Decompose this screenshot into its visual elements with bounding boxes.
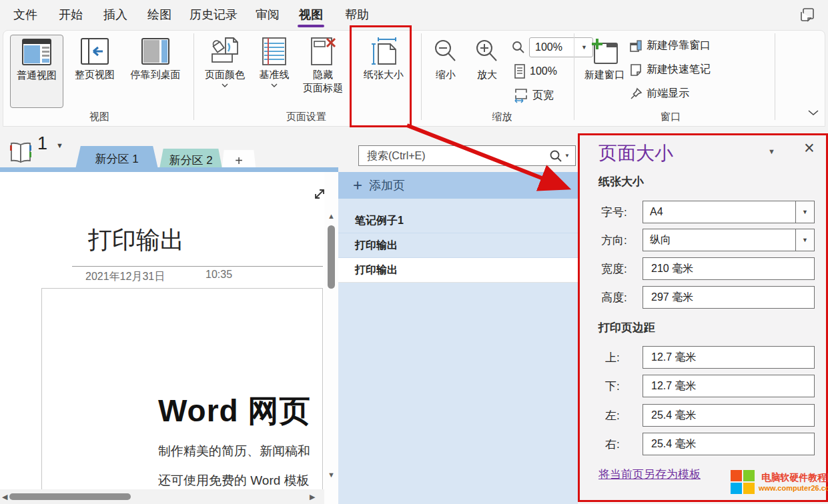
add-page-button[interactable]: + 添加页 — [338, 172, 578, 199]
search-scope-chevron-icon[interactable]: ▼ — [564, 153, 570, 159]
group-label-window: 窗口 — [604, 111, 737, 123]
chevron-down-icon — [222, 83, 228, 87]
paper-size-dropdown-button[interactable]: ▼ — [795, 201, 814, 223]
paper-size-button[interactable]: 纸张大小 — [357, 35, 410, 81]
dock-to-desktop-icon — [141, 35, 170, 68]
menu-help[interactable]: 帮助 — [345, 7, 369, 23]
menu-history[interactable]: 历史记录 — [189, 7, 238, 23]
scroll-left-icon[interactable]: ◀ — [2, 493, 7, 501]
vertical-scrollbar-thumb[interactable] — [328, 225, 335, 289]
margin-top-input[interactable] — [643, 346, 815, 369]
page-title[interactable]: 打印输出 — [88, 224, 184, 257]
rule-lines-icon — [261, 35, 288, 68]
page-time: 10:35 — [205, 269, 232, 281]
section-tab-2-label: 新分区 2 — [169, 153, 212, 168]
content-heading: Word 网页 — [158, 391, 310, 432]
hide-page-title-label-line1: 隐藏 — [313, 68, 333, 81]
vertical-scrollbar[interactable]: ▲ ▼ — [324, 172, 338, 504]
notebook-icon[interactable] — [8, 142, 33, 163]
menu-file[interactable]: 文件 — [13, 7, 37, 23]
normal-view-icon — [21, 35, 52, 69]
notebook-name[interactable]: 1 — [37, 133, 47, 154]
add-page-label: 添加页 — [369, 177, 405, 193]
menu-view[interactable]: 视图 — [299, 7, 323, 23]
ribbon-divider — [421, 33, 422, 120]
keep-on-top-label: 前端显示 — [647, 87, 689, 101]
horizontal-scrollbar[interactable]: ◀ ▶ — [0, 489, 324, 504]
new-quick-note-button[interactable]: 新建快速笔记 — [629, 63, 711, 77]
search-icon[interactable]: ▼ — [549, 149, 570, 163]
keep-on-top-button[interactable]: 前端显示 — [629, 87, 689, 101]
orientation-value: 纵向 — [643, 229, 795, 251]
close-icon[interactable]: × — [804, 138, 815, 159]
normal-view-button[interactable]: 普通视图 — [10, 35, 63, 108]
paper-size-combobox[interactable]: A4 ▼ — [643, 201, 815, 223]
menu-insert[interactable]: 插入 — [103, 7, 127, 23]
zoom-out-button[interactable]: 缩小 — [428, 35, 464, 81]
new-window-button[interactable]: 新建窗口 — [581, 35, 628, 81]
margin-top-label: 上: — [605, 350, 620, 365]
new-docked-window-label: 新建停靠窗口 — [647, 39, 711, 53]
menu-review[interactable]: 审阅 — [256, 7, 280, 23]
height-label: 高度: — [601, 290, 627, 305]
menu-bar: 文件 开始 插入 绘图 历史记录 审阅 视图 帮助 — [0, 0, 828, 30]
pin-icon — [629, 87, 643, 101]
new-docked-window-button[interactable]: 新建停靠窗口 — [629, 39, 711, 53]
stacked-pages-icon[interactable] — [799, 7, 816, 24]
page-size-task-pane: 页面大小 ▼ × 纸张大小 字号: A4 ▼ 方向: 纵向 ▼ 宽度: 高度: … — [578, 133, 828, 502]
chevron-down-icon: ▼ — [802, 237, 808, 243]
horizontal-scrollbar-thumb[interactable] — [9, 493, 131, 500]
zoom-100-button[interactable]: 100% — [514, 64, 557, 79]
page-list-item[interactable]: 打印输出 — [338, 233, 578, 258]
page-width-icon — [514, 87, 528, 103]
chevron-down-icon: ▼ — [802, 209, 808, 215]
page-list-item[interactable]: 笔记例子1 — [338, 209, 578, 233]
page-color-button[interactable]: 页面颜色 — [199, 35, 250, 87]
margin-left-input[interactable] — [643, 404, 815, 427]
hide-page-title-label-line2: 页面标题 — [303, 81, 343, 95]
margin-right-label: 右: — [605, 437, 620, 452]
search-input[interactable] — [367, 150, 549, 162]
notebook-dropdown-icon[interactable]: ▼ — [56, 141, 63, 149]
new-window-icon — [589, 35, 620, 68]
ribbon-divider — [193, 33, 194, 120]
width-label: 宽度: — [601, 261, 627, 277]
content-line-1: 制作精美的简历、新闻稿和 — [158, 443, 310, 460]
orientation-label: 方向: — [601, 233, 627, 248]
new-quick-note-icon — [629, 63, 643, 77]
hide-page-title-icon — [309, 35, 337, 68]
orientation-dropdown-button[interactable]: ▼ — [795, 229, 814, 251]
page-list-item-selected[interactable]: 打印输出 — [338, 258, 578, 283]
scroll-right-icon[interactable]: ▶ — [310, 493, 315, 501]
new-quick-note-label: 新建快速笔记 — [647, 63, 711, 77]
menu-home[interactable]: 开始 — [59, 7, 83, 23]
task-pane-dropdown-icon[interactable]: ▼ — [768, 147, 775, 155]
scroll-up-icon[interactable]: ▲ — [328, 212, 335, 220]
new-window-label: 新建窗口 — [584, 68, 625, 81]
collapse-ribbon-chevron-icon[interactable] — [807, 109, 819, 116]
rule-lines-label: 基准线 — [260, 68, 290, 81]
paper-size-value: A4 — [643, 201, 795, 223]
watermark-site-name: 电脑软硬件教程网 — [761, 472, 828, 484]
page-width-button[interactable]: 页宽 — [514, 87, 554, 103]
hide-page-title-button[interactable]: 隐藏 页面标题 — [297, 35, 349, 95]
scroll-down-icon[interactable]: ▼ — [328, 471, 335, 479]
page-date: 2021年12月31日 — [85, 270, 165, 284]
margin-bottom-input[interactable] — [643, 375, 815, 397]
paper-size-label: 纸张大小 — [364, 68, 404, 81]
ribbon: 普通视图 整页视图 停靠到桌面 视图 页面颜色 基准线 隐藏 页面标题 — [3, 30, 825, 127]
orientation-combobox[interactable]: 纵向 ▼ — [643, 229, 815, 251]
zoom-in-label: 放大 — [477, 68, 497, 81]
search-box[interactable]: ▼ — [358, 145, 576, 166]
title-rule — [72, 266, 323, 267]
rule-lines-button[interactable]: 基准线 — [254, 35, 294, 87]
width-input[interactable] — [643, 257, 815, 280]
zoom-in-button[interactable]: 放大 — [469, 35, 505, 81]
height-input[interactable] — [643, 286, 815, 309]
dock-to-desktop-button[interactable]: 停靠到桌面 — [123, 35, 187, 81]
menu-draw[interactable]: 绘图 — [147, 7, 171, 23]
save-as-template-link[interactable]: 将当前页另存为模板 — [598, 467, 701, 482]
margin-right-input[interactable] — [643, 433, 815, 455]
ribbon-divider — [775, 33, 775, 120]
full-page-view-button[interactable]: 整页视图 — [69, 35, 121, 81]
